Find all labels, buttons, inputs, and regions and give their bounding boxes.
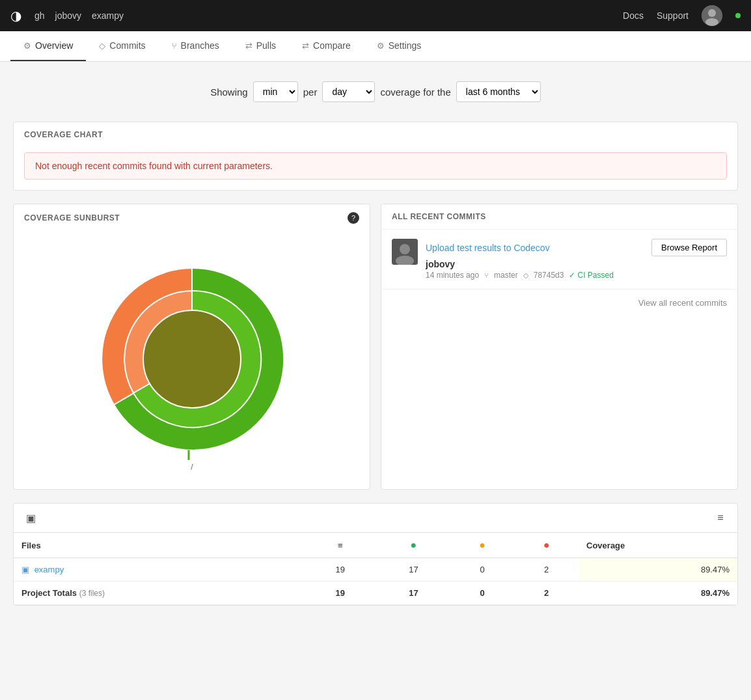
totals-coverage: 89.47% <box>579 582 737 605</box>
tab-branches[interactable]: ⑂ Branches <box>159 31 232 61</box>
lines-cell: 19 <box>303 558 377 582</box>
svg-point-2 <box>705 18 718 26</box>
branches-icon: ⑂ <box>172 41 177 51</box>
recent-commits-title: ALL RECENT COMMITS <box>381 204 737 230</box>
interval-select[interactable]: day week month <box>322 81 375 102</box>
commit-time: 14 minutes ago <box>426 271 479 280</box>
coverage-chart-section: COVERAGE CHART Not enough recent commits… <box>13 122 738 191</box>
period-select[interactable]: last 6 months last 3 months last year <box>456 81 541 102</box>
commit-user: jobovy <box>426 259 727 269</box>
tabs-bar: ⚙ Overview ◇ Commits ⑂ Branches ⇄ Pulls … <box>0 31 751 62</box>
totals-label-cell: Project Totals (3 files) <box>14 582 303 605</box>
sunburst-header: COVERAGE SUNBURST ? <box>14 204 370 229</box>
navbar-exampy[interactable]: exampy <box>92 10 124 21</box>
col-green-dot: ● <box>377 533 450 558</box>
sunburst-card: COVERAGE SUNBURST ? <box>13 204 370 490</box>
pulls-icon: ⇄ <box>245 41 253 51</box>
svg-point-1 <box>708 9 716 17</box>
compare-icon: ⇄ <box>302 41 309 51</box>
files-table: Files ≡ ● ● ● Coverage ▣ exampy 19 17 0 <box>14 533 737 605</box>
check-icon: ✓ <box>569 271 575 280</box>
commit-info: Upload test results to Codecov Browse Re… <box>426 239 727 280</box>
col-lines: ≡ <box>303 533 377 558</box>
yellow-cell: 0 <box>450 558 515 582</box>
per-label: per <box>303 87 318 98</box>
column-settings-button[interactable]: ≡ <box>711 509 730 527</box>
totals-row: Project Totals (3 files) 19 17 0 2 89.47… <box>14 582 737 605</box>
overview-icon: ⚙ <box>23 41 31 51</box>
commit-hash: 78745d3 <box>534 271 564 280</box>
coverage-label: coverage for the <box>380 87 450 98</box>
files-table-card: ▣ ≡ Files ≡ ● ● ● Coverage ▣ examp <box>13 503 738 606</box>
commits-icon: ◇ <box>99 41 105 51</box>
main-content: Showing min max avg per day week month c… <box>0 62 751 619</box>
tab-compare[interactable]: ⇄ Compare <box>289 31 364 61</box>
tab-commits[interactable]: ◇ Commits <box>86 31 158 61</box>
avatar[interactable] <box>702 5 722 26</box>
logo-icon[interactable]: ◑ <box>10 8 21 23</box>
totals-yellow: 0 <box>450 582 515 605</box>
navbar-docs[interactable]: Docs <box>623 10 644 21</box>
totals-lines: 19 <box>303 582 377 605</box>
folder-icon: ▣ <box>21 565 29 574</box>
tab-pulls[interactable]: ⇄ Pulls <box>232 31 289 61</box>
online-indicator <box>735 13 741 18</box>
tab-overview[interactable]: ⚙ Overview <box>10 31 86 61</box>
commit-branch: master <box>494 271 518 280</box>
branch-icon: ⑂ <box>484 271 489 279</box>
commit-hash-icon: ◇ <box>523 271 528 280</box>
table-row: ▣ exampy 19 17 0 2 89.47% <box>14 558 737 582</box>
aggregate-select[interactable]: min max avg <box>253 81 298 102</box>
folder-link[interactable]: exampy <box>34 565 64 574</box>
totals-green: 17 <box>377 582 450 605</box>
two-col-section: COVERAGE SUNBURST ? <box>13 204 738 490</box>
green-cell: 17 <box>377 558 450 582</box>
svg-point-3 <box>143 310 241 408</box>
svg-point-8 <box>400 244 410 254</box>
navbar-gh[interactable]: gh <box>34 10 45 21</box>
coverage-cell: 89.47% <box>579 558 737 582</box>
file-name-cell: ▣ exampy <box>14 558 303 582</box>
coverage-chart-alert: Not enough recent commits found with cur… <box>24 152 727 180</box>
col-files: Files <box>14 533 303 558</box>
tab-settings[interactable]: ⚙ Settings <box>364 31 435 61</box>
commit-title-row: Upload test results to Codecov Browse Re… <box>426 239 727 256</box>
settings-icon: ⚙ <box>377 41 385 51</box>
coverage-chart-title: COVERAGE CHART <box>14 122 737 147</box>
commit-avatar <box>392 239 418 265</box>
table-toolbar: ▣ ≡ <box>14 504 737 533</box>
ci-passed-badge: ✓ CI Passed <box>569 271 613 280</box>
navbar: ◑ gh jobovy exampy Docs Support <box>0 0 751 31</box>
totals-red: 2 <box>514 582 579 605</box>
navbar-right: Docs Support <box>623 5 741 26</box>
view-all-row: View all recent commits <box>381 289 737 316</box>
red-cell: 2 <box>514 558 579 582</box>
sunburst-svg: / <box>88 242 296 476</box>
filter-row: Showing min max avg per day week month c… <box>13 75 738 109</box>
navbar-jobovy[interactable]: jobovy <box>55 10 81 21</box>
commit-title-link[interactable]: Upload test results to Codecov <box>426 243 550 253</box>
col-coverage: Coverage <box>579 533 737 558</box>
commit-item: Upload test results to Codecov Browse Re… <box>381 230 737 289</box>
table-folder-icon[interactable]: ▣ <box>21 509 40 527</box>
col-yellow-dot: ● <box>450 533 515 558</box>
navbar-support[interactable]: Support <box>657 10 689 21</box>
col-red-dot: ● <box>514 533 579 558</box>
view-all-commits-link[interactable]: View all recent commits <box>638 298 727 308</box>
sunburst-info-icon[interactable]: ? <box>348 212 359 224</box>
sunburst-title: COVERAGE SUNBURST <box>24 213 120 222</box>
recent-commits-card: ALL RECENT COMMITS Upload test results t… <box>381 204 738 490</box>
sunburst-chart: / <box>14 229 370 489</box>
browse-report-button[interactable]: Browse Report <box>651 239 727 256</box>
showing-label: Showing <box>210 87 248 98</box>
svg-text:/: / <box>191 463 193 472</box>
commit-meta: 14 minutes ago ⑂ master ◇ 78745d3 ✓ CI P… <box>426 271 727 280</box>
